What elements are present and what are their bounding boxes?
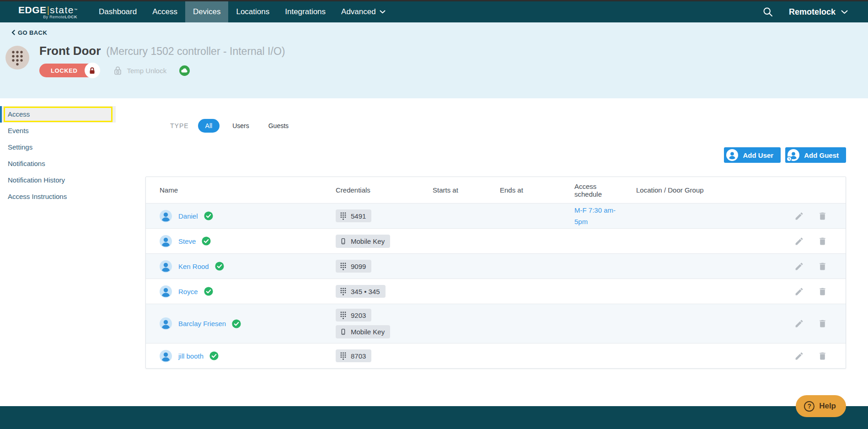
account-menu[interactable]: Remotelock <box>789 7 848 17</box>
edit-button[interactable] <box>794 351 804 361</box>
user-avatar-icon <box>160 285 172 298</box>
add-user-button[interactable]: Add User <box>724 147 781 163</box>
sidebar-item-notifications[interactable]: Notifications <box>0 156 116 172</box>
filter-option-users[interactable]: Users <box>226 119 256 133</box>
user-name-link[interactable]: jill booth <box>178 352 204 360</box>
credential-mobile-badge: Mobile Key <box>336 235 390 248</box>
column-header-credentials: Credentials <box>336 186 433 194</box>
main-content: Access Events Settings Notifications Not… <box>0 98 868 406</box>
sidebar-item-settings[interactable]: Settings <box>0 139 116 156</box>
user-name-link[interactable]: Barclay Friesen <box>178 320 226 327</box>
row-actions <box>794 262 846 271</box>
temp-unlock-label: Temp Unlock <box>127 67 167 75</box>
credential-value: 8703 <box>351 352 366 360</box>
edit-button[interactable] <box>794 319 804 328</box>
delete-button[interactable] <box>818 287 827 296</box>
user-avatar-icon <box>160 317 172 330</box>
user-name-link[interactable]: Daniel <box>178 212 198 220</box>
name-cell: Royce <box>146 285 336 298</box>
page-title: Front Door <box>39 44 101 58</box>
user-avatar-icon <box>160 235 172 247</box>
lock-icon <box>85 63 100 78</box>
account-name: Remotelock <box>789 7 836 17</box>
status-badge: LOCKED <box>51 67 78 74</box>
keypad-icon <box>340 262 347 270</box>
pencil-icon <box>794 262 804 271</box>
filter-option-guests[interactable]: Guests <box>262 119 295 133</box>
help-question-icon: ? <box>804 401 814 412</box>
sidebar-item-label: Notifications <box>8 160 45 167</box>
credentials-cell: 9203 Mobile Key <box>336 304 433 343</box>
trash-icon <box>818 211 827 221</box>
sidebar-item-events[interactable]: Events <box>0 123 116 139</box>
access-panel: TYPE AllUsersGuests Add User <box>145 98 868 406</box>
user-name-link[interactable]: Steve <box>178 237 196 245</box>
name-cell: jill booth <box>146 350 336 362</box>
edit-button[interactable] <box>794 236 804 246</box>
delete-button[interactable] <box>818 262 827 271</box>
sidebar-item-access[interactable]: Access <box>0 106 116 123</box>
edit-button[interactable] <box>794 211 804 221</box>
add-guest-button[interactable]: Add Guest <box>785 147 846 163</box>
credentials-cell: 345 • 345 <box>336 280 433 302</box>
nav-item-label: Advanced <box>341 7 376 16</box>
row-actions <box>794 236 846 246</box>
delete-button[interactable] <box>818 319 827 328</box>
verified-check-icon <box>202 236 211 246</box>
device-sidebar: Access Events Settings Notifications Not… <box>0 98 145 406</box>
add-user-icon <box>726 149 738 161</box>
column-header-ends-at: Ends at <box>500 186 574 194</box>
keypad-icon <box>340 212 347 220</box>
trash-icon <box>818 236 827 246</box>
nav-item-access[interactable]: Access <box>145 1 185 22</box>
logo-wordmark: EDGE|state™ <box>18 5 77 15</box>
go-back-label: GO BACK <box>18 29 47 36</box>
temp-unlock-lock-clock-icon <box>113 65 123 76</box>
edgestate-logo[interactable]: EDGE|state™ By RemoteLOCK <box>0 1 91 22</box>
help-button[interactable]: ? Help <box>796 395 846 417</box>
filter-option-all[interactable]: All <box>198 119 220 133</box>
lock-status-toggle[interactable]: LOCKED <box>39 64 99 77</box>
sidebar-item-notification-history[interactable]: Notification History <box>0 172 116 188</box>
nav-item-label: Dashboard <box>99 7 137 16</box>
temp-unlock-button[interactable]: Temp Unlock <box>113 65 167 76</box>
name-cell: Barclay Friesen <box>146 317 336 330</box>
verified-check-icon <box>232 319 241 328</box>
delete-button[interactable] <box>818 236 827 246</box>
nav-items: Dashboard Access Devices Locations Integ… <box>91 1 393 22</box>
nav-item-advanced[interactable]: Advanced <box>333 1 393 22</box>
sidebar-item-label: Settings <box>8 143 32 151</box>
user-name-link[interactable]: Royce <box>178 288 198 295</box>
delete-button[interactable] <box>818 351 827 361</box>
nav-item-dashboard[interactable]: Dashboard <box>91 1 145 22</box>
trash-icon <box>818 287 827 296</box>
help-label: Help <box>819 402 836 411</box>
sidebar-item-access-instructions[interactable]: Access Instructions <box>0 188 116 205</box>
nav-item-integrations[interactable]: Integrations <box>277 1 333 22</box>
nav-item-label: Locations <box>236 7 269 16</box>
delete-button[interactable] <box>818 211 827 221</box>
edit-button[interactable] <box>794 262 804 271</box>
credentials-cell: Mobile Key <box>336 230 433 252</box>
access-schedule-link[interactable]: M-F 7:30 am-5pm <box>574 206 616 225</box>
search-button[interactable] <box>762 6 773 17</box>
pencil-icon <box>794 319 804 328</box>
name-cell: Ken Rood <box>146 260 336 273</box>
nav-item-locations[interactable]: Locations <box>228 1 277 22</box>
row-actions <box>794 287 846 296</box>
go-back-link[interactable]: GO BACK <box>11 29 47 36</box>
credentials-cell: 5491 <box>336 205 433 227</box>
top-navbar: EDGE|state™ By RemoteLOCK Dashboard Acce… <box>0 0 868 22</box>
add-guest-icon <box>788 149 799 161</box>
credential-value: 9203 <box>351 311 366 319</box>
edit-button[interactable] <box>794 287 804 296</box>
column-header-access-schedule: Access schedule <box>574 182 636 198</box>
device-model-subtitle: (Mercury 1502 controller - Internal I/O) <box>106 45 285 58</box>
nav-item-devices[interactable]: Devices <box>185 1 228 22</box>
credential-pin-badge: 9203 <box>336 309 371 322</box>
column-header-location-door-group: Location / Door Group <box>636 186 794 194</box>
user-name-link[interactable]: Ken Rood <box>178 263 209 270</box>
mobile-phone-icon <box>340 327 347 336</box>
table-actions: Add User Add Guest <box>145 147 846 163</box>
user-avatar-icon <box>160 260 172 273</box>
